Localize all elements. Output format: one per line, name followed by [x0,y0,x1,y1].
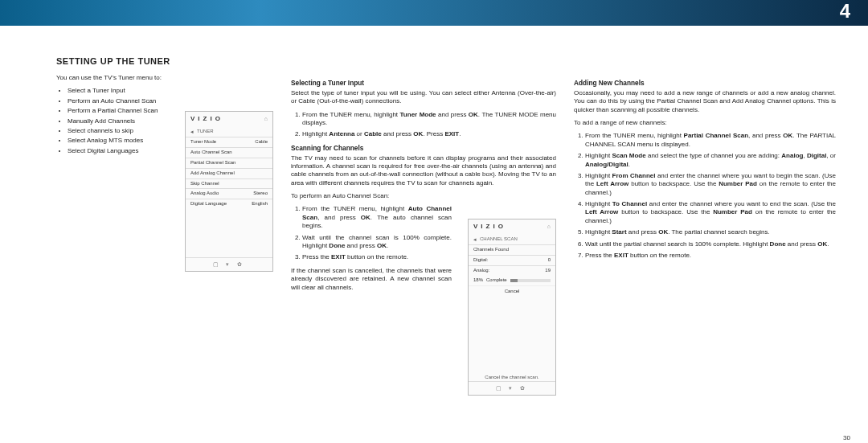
auto-scan-steps: From the TUNER menu, highlight Auto Chan… [302,205,452,261]
step: From the TUNER menu, highlight Tuner Mod… [302,111,556,128]
menu-row: Partial Channel Scan [186,158,272,168]
section-title: SETTING UP THE TUNER [56,56,836,66]
adding-channels-steps: From the TUNER menu, highlight Partial C… [585,132,836,260]
menu-row: Add Analog Channel [186,168,272,178]
menu-row: Digital LanguageEnglish [186,199,272,209]
home-icon: ⌂ [547,223,551,231]
panel-footer-icons: ▢ ▾ ✿ [469,381,555,395]
scanning-text: The TV may need to scan for channels bef… [291,154,556,188]
adding-channels-text: Occasionally, you may need to add a new … [574,89,836,114]
menu-row: Auto Channel Scan [186,147,272,158]
menu-row: Analog AudioStereo [186,188,272,199]
intro-bullet: Select a Tuner Input [68,87,273,95]
back-arrow-icon: ◂ [190,128,194,135]
panel-brand: VIZIO [190,115,223,123]
step: Highlight Antenna or Cable and press OK.… [302,130,556,138]
digital-label: Digital: [473,257,488,264]
page-number: 30 [843,434,850,441]
adding-channels-intro: To add a range of new channels: [574,119,836,127]
column-1: You can use the TV's Tuner menu to: Sele… [56,74,273,297]
progress-bar [510,279,551,282]
progress-percent: 18% [473,277,483,284]
column-2: Selecting a Tuner Input Select the type … [291,74,556,297]
chapter-banner: 4 [0,0,868,26]
tuner-menu-panel: VIZIO ⌂ ◂ TUNER Tuner ModeCableAuto Chan… [185,111,273,272]
chapter-number: 4 [840,0,850,23]
channel-scan-panel: VIZIO ⌂ ◂ CHANNEL SCAN Channels Found Di… [468,219,556,396]
step: Press the EXIT button on the remote. [302,253,452,261]
menu-row: Tuner ModeCable [186,137,272,147]
digital-value: 0 [548,257,551,264]
scanning-head: Scanning for Channels [291,144,556,153]
selecting-tuner-input-steps: From the TUNER menu, highlight Tuner Mod… [302,111,556,139]
step: Highlight To Channel and enter the chann… [585,200,836,225]
channels-found-label: Channels Found [473,247,509,253]
column-3: Adding New Channels Occasionally, you ma… [574,74,836,297]
analog-label: Analog: [473,268,489,274]
channel-scan-figure: VIZIO ⌂ ◂ CHANNEL SCAN Channels Found Di… [468,219,556,396]
panel-footer-icons: ▢ ▾ ✿ [186,257,272,271]
back-arrow-icon: ◂ [473,236,477,243]
panel-caption: Cancel the channel scan. [469,370,555,381]
cancel-text: If the channel scan is cancelled, the ch… [291,267,452,292]
adding-channels-head: Adding New Channels [574,79,836,88]
step: From the TUNER menu, highlight Auto Chan… [302,205,452,230]
panel-title: TUNER [197,129,214,135]
page-content: SETTING UP THE TUNER You can use the TV'… [56,56,836,435]
step: From the TUNER menu, highlight Partial C… [585,132,836,149]
intro-text: You can use the TV's Tuner menu to: [56,74,273,82]
panel-brand: VIZIO [473,223,506,231]
analog-value: 19 [545,268,551,274]
intro-bullet: Perform an Auto Channel Scan [68,97,273,105]
home-icon: ⌂ [264,115,268,123]
step: Wait until the partial channel search is… [585,240,836,248]
cancel-button-label: Cancel [469,285,555,297]
perform-intro: To perform an Auto Channel Scan: [291,192,556,200]
step: Highlight Start and press OK. The partia… [585,228,836,236]
step: Highlight From Channel and enter the cha… [585,172,836,197]
panel-title: CHANNEL SCAN [480,236,518,243]
tuner-menu-figure: VIZIO ⌂ ◂ TUNER Tuner ModeCableAuto Chan… [185,111,273,272]
selecting-tuner-input-text: Select the type of tuner input you will … [291,89,556,106]
menu-row: Skip Channel [186,178,272,189]
step: Wait until the channel scan is 100% comp… [302,234,452,251]
step: Press the EXIT button on the remote. [585,252,836,260]
step: Highlight Scan Mode and select the type … [585,152,836,169]
complete-label: Complete [486,277,507,284]
selecting-tuner-input-head: Selecting a Tuner Input [291,79,556,88]
